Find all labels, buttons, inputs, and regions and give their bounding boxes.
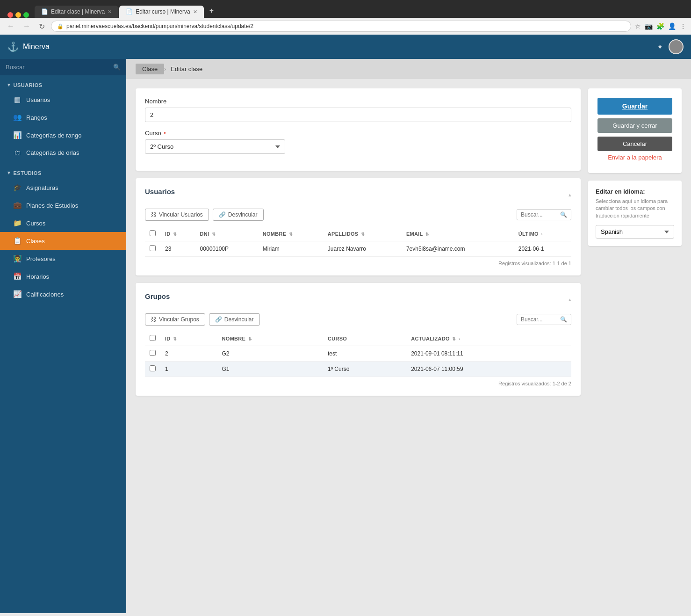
search-box[interactable]: 🔍 (0, 59, 126, 75)
gcol-curso[interactable]: CURSO (323, 331, 406, 346)
sidebar-item-label-asignaturas: Asignaturas (26, 184, 58, 191)
breadcrumb-item-clase[interactable]: Clase (136, 64, 164, 74)
profile-icon[interactable]: 👤 (668, 22, 676, 30)
desvincular-usuarios-button[interactable]: 🔗 Desvincular (213, 209, 264, 221)
sidebar-item-asignaturas[interactable]: 🎓 Asignaturas (0, 179, 126, 196)
forward-button[interactable]: → (21, 21, 33, 31)
tab-close-2[interactable]: ✕ (193, 9, 197, 15)
vincular-usuarios-button[interactable]: ⛓ Vincular Usuarios (145, 209, 209, 221)
lang-description: Selecciona aquí un idioma para cambiar t… (596, 198, 674, 219)
sidebar-item-categorias-rango[interactable]: 📊 Categorías de rango (0, 126, 126, 144)
search-input[interactable] (6, 64, 110, 71)
sidebar-item-label-clases: Clases (26, 238, 45, 245)
usuarios-search-icon: 🔍 (560, 211, 567, 218)
guardar-cerrar-button[interactable]: Guardar y cerrar (597, 118, 672, 133)
curso-select-wrapper: 1º Curso 2º Curso 3º Curso 4º Curso (145, 139, 285, 154)
usuarios-search[interactable]: 🔍 (517, 209, 571, 220)
cancelar-button[interactable]: Cancelar (597, 137, 672, 151)
usuarios-table: ID ⇅ DNI ⇅ NOMBRE ⇅ APELLIDOS ⇅ EMAIL ⇅ … (145, 226, 571, 256)
sidebar-item-label-horarios: Horarios (26, 273, 49, 280)
link-grupos-icon: ⛓ (151, 316, 157, 323)
usuarios-collapse-icon[interactable]: ▴ (569, 192, 571, 198)
lang-title: Editar en idioma: (596, 188, 674, 195)
sidebar-item-rangos[interactable]: 👥 Rangos (0, 109, 126, 126)
sidebar-section-header-estudios[interactable]: ▾ ESTUDIOS (0, 167, 126, 179)
col-id[interactable]: ID ⇅ (160, 226, 195, 241)
chevron-usuarios-icon: ▾ (7, 82, 11, 88)
traffic-light-green[interactable] (23, 12, 29, 18)
sidebar-item-categorias-orlas[interactable]: 🗂 Categorías de orlas (0, 144, 126, 161)
grupos-search-icon: 🔍 (560, 316, 567, 323)
gcol-id[interactable]: ID ⇅ (160, 331, 217, 346)
grupos-search-input[interactable] (521, 316, 558, 323)
unlink-grupos-icon: 🔗 (215, 316, 222, 323)
nombre-group: Nombre (145, 98, 571, 122)
menu-icon[interactable]: ⋮ (680, 22, 686, 30)
browser-tab-2[interactable]: 📄 Editar curso | Minerva ✕ (119, 6, 204, 18)
brand: ⚓ Minerva (7, 41, 50, 52)
unlink-icon: 🔗 (219, 211, 226, 218)
grupos-search[interactable]: 🔍 (517, 314, 571, 325)
guardar-button[interactable]: Guardar (597, 98, 672, 115)
gcol-actualizado[interactable]: ACTUALIZADO ⇅ › (406, 331, 571, 346)
desvincular-grupos-button[interactable]: 🔗 Desvincular (209, 313, 260, 326)
sidebar-item-planes[interactable]: 💼 Planes de Estudios (0, 196, 126, 214)
new-tab-button[interactable]: + (205, 4, 218, 18)
papelera-button[interactable]: Enviar a la papelera (597, 151, 672, 164)
traffic-light-yellow[interactable] (15, 12, 21, 18)
usuarios-select-all[interactable] (150, 230, 156, 236)
row-checkbox[interactable] (150, 350, 156, 356)
col-ultimo[interactable]: ÚLTIMO › (514, 226, 571, 241)
sidebar-item-horarios[interactable]: 📅 Horarios (0, 268, 126, 285)
row-ultimo: 2021-06-1 (514, 241, 571, 257)
cursos-icon: 📁 (13, 219, 22, 227)
user-avatar[interactable] (669, 39, 684, 54)
col-nombre[interactable]: NOMBRE ⇅ (258, 226, 323, 241)
camera-icon[interactable]: 📷 (645, 22, 653, 30)
gcol-nombre[interactable]: NOMBRE ⇅ (217, 331, 323, 346)
tab-close-1[interactable]: ✕ (108, 9, 112, 15)
curso-select[interactable]: 1º Curso 2º Curso 3º Curso 4º Curso (145, 139, 285, 154)
sidebar-item-cursos[interactable]: 📁 Cursos (0, 214, 126, 232)
col-dni[interactable]: DNI ⇅ (195, 226, 258, 241)
row-checkbox[interactable] (150, 245, 156, 251)
required-indicator: • (164, 130, 166, 137)
usuarios-icon: ▦ (13, 95, 22, 104)
sidebar-item-profesores[interactable]: 👨‍🏫 Profesores (0, 250, 126, 268)
sidebar: 🔍 ▾ USUARIOS ▦ Usuarios 👥 Rangos 📊 Cate (0, 59, 126, 613)
sidebar-item-clases[interactable]: 📋 Clases (0, 232, 126, 250)
extension-icon[interactable]: 🧩 (656, 22, 664, 30)
address-bar[interactable]: 🔒 panel.minervaescuelas.es/backend/pumpu… (51, 21, 631, 32)
grupos-select-all[interactable] (150, 335, 156, 341)
sidebar-section-estudios: ▾ ESTUDIOS 🎓 Asignaturas 💼 Planes de Est… (0, 163, 126, 305)
sidebar-item-calificaciones[interactable]: 📈 Calificaciones (0, 285, 126, 303)
sidebar-section-header-usuarios[interactable]: ▾ USUARIOS (0, 79, 126, 91)
sidebar-item-label-calificaciones: Calificaciones (26, 291, 64, 298)
browser-tab-1[interactable]: 📄 Editar clase | Minerva ✕ (35, 6, 118, 18)
sidebar-section-usuarios: ▾ USUARIOS ▦ Usuarios 👥 Rangos 📊 Categor… (0, 75, 126, 163)
usuarios-card: Usuarios ▴ ⛓ Vincular Usuarios 🔗 (136, 178, 581, 275)
tab-label-2: Editar curso | Minerva (136, 8, 190, 15)
col-email[interactable]: EMAIL ⇅ (402, 226, 514, 241)
grupos-collapse-icon[interactable]: ▴ (569, 297, 571, 303)
grow-curso-2: 1º Curso (323, 362, 406, 377)
profesores-icon: 👨‍🏫 (13, 254, 22, 263)
row-checkbox[interactable] (150, 365, 156, 371)
col-apellidos[interactable]: APELLIDOS ⇅ (323, 226, 402, 241)
grow-nombre: G2 (217, 346, 323, 362)
reload-button[interactable]: ↻ (36, 21, 47, 32)
back-button[interactable]: ← (5, 21, 17, 31)
traffic-light-red[interactable] (7, 12, 13, 18)
planes-icon: 💼 (13, 201, 22, 210)
star-icon[interactable]: ☆ (635, 22, 641, 30)
table-row: 1 G1 1º Curso 2021-06-07 11:00:59 (145, 362, 571, 377)
usuarios-search-input[interactable] (521, 211, 558, 218)
settings-icon[interactable]: ✦ (657, 43, 663, 51)
sidebar-item-usuarios[interactable]: ▦ Usuarios (0, 91, 126, 109)
grow-actualizado: 2021-09-01 08:11:11 (406, 346, 571, 362)
grow-id: 2 (160, 346, 217, 362)
nombre-input[interactable] (145, 108, 571, 122)
language-select[interactable]: Spanish English French German (596, 225, 674, 239)
grow-id-2: 1 (160, 362, 217, 377)
vincular-grupos-button[interactable]: ⛓ Vincular Grupos (145, 313, 205, 326)
